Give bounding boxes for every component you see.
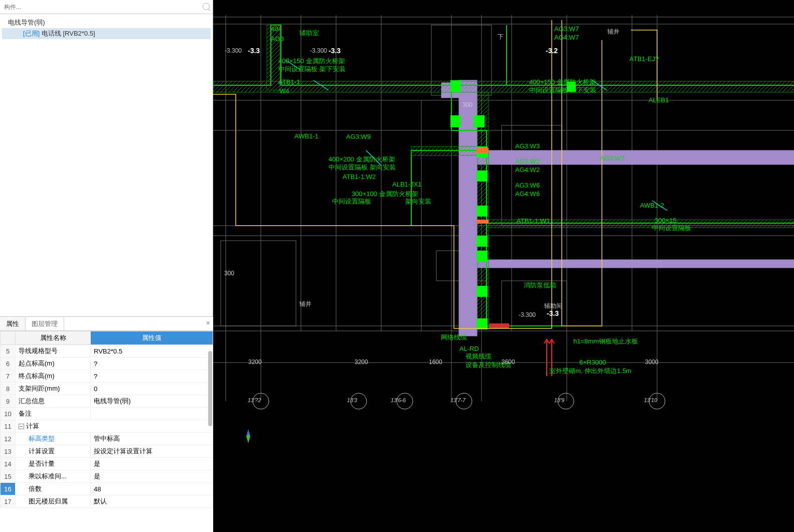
property-row[interactable]: 12标高类型管中标高 [1, 433, 213, 445]
cad-label: 中间设置隔板 [332, 198, 371, 205]
property-value[interactable]: 电线导管(弱) [91, 395, 213, 408]
cad-label: 室外壁砌m, 伸出外墙边1.5m [549, 367, 631, 375]
cad-label: ATB1-1:W2 [343, 173, 376, 181]
cad-label: AG3:W2 [515, 157, 540, 165]
property-row[interactable]: 5导线规格型号RVB2*0.5 [1, 345, 213, 358]
cad-label: -3.3 [248, 47, 260, 55]
cad-label: 辅井 [607, 28, 619, 35]
cad-label: AG3:W7 [554, 25, 579, 33]
component-search[interactable] [0, 0, 213, 14]
property-value[interactable]: 按设定计算设置计算 [91, 445, 213, 458]
properties-table: 属性名称 属性值 5导线规格型号RVB2*0.56起点标高(m)?7终点标高(m… [0, 331, 213, 508]
property-name: 计算设置 [16, 445, 91, 458]
property-value[interactable]: 管中标高 [91, 433, 213, 445]
search-input[interactable] [3, 3, 210, 11]
property-row[interactable]: 17图元楼层归属默认 [1, 495, 213, 508]
row-number: 15 [1, 470, 16, 483]
cad-label: 中间设置隔板 [652, 224, 691, 232]
property-row[interactable]: 10备注 [1, 408, 213, 420]
cad-label: 3000 [645, 359, 659, 366]
svg-rect-48 [477, 220, 489, 224]
property-row[interactable]: 7终点标高(m)? [1, 370, 213, 383]
property-name: 标高类型 [16, 433, 91, 445]
property-name: 乘以标准间... [16, 470, 91, 483]
property-name: 图元楼层归属 [16, 495, 91, 508]
row-number: 14 [1, 458, 16, 470]
svg-rect-43 [477, 251, 488, 262]
cad-label: -3.3 [329, 47, 341, 55]
tree-category[interactable]: 电线导管(弱) [2, 17, 211, 28]
property-name: 导线规格型号 [16, 345, 91, 358]
cad-label: 中间设置隔板 架下安装 [529, 86, 596, 94]
row-number: 9 [1, 395, 16, 408]
scrollbar-thumb[interactable] [208, 351, 212, 426]
cad-label: 网络线缆 [441, 333, 467, 341]
cad-label: -3.300 [225, 47, 242, 54]
row-number: 10 [1, 408, 16, 420]
svg-rect-40 [477, 170, 488, 182]
cad-label: 300 [462, 101, 472, 108]
property-value[interactable]: ? [91, 358, 213, 370]
row-number: 16 [1, 483, 16, 495]
property-name: 倍数 [16, 483, 91, 495]
property-value[interactable]: ? [91, 370, 213, 383]
cad-label: 下 [498, 33, 504, 40]
cad-label: 中间设置隔板 架向安装 [329, 163, 396, 171]
property-name: 汇总信息 [16, 395, 91, 408]
svg-rect-38 [473, 115, 485, 127]
svg-rect-34 [411, 146, 479, 155]
axis-label: 13'9 [554, 397, 564, 403]
row-number: 17 [1, 495, 16, 508]
property-value[interactable] [91, 408, 213, 420]
tab-properties[interactable]: 属性 [0, 317, 26, 330]
cad-label: AG4:W7 [554, 34, 579, 41]
svg-rect-30 [213, 81, 451, 92]
property-name: 是否计量 [16, 458, 91, 470]
cad-label: 6×R3000 [579, 359, 606, 366]
col-name: 属性名称 [16, 331, 91, 345]
property-value[interactable]: 是 [91, 458, 213, 470]
cad-label: AG3:W9 [346, 133, 371, 140]
property-row[interactable]: 15乘以标准间...是 [1, 470, 213, 483]
svg-rect-44 [477, 286, 488, 297]
axis-label: 13'10 [644, 397, 658, 403]
property-row[interactable]: 8支架间距(mm)0 [1, 383, 213, 395]
property-value[interactable]: RVB2*0.5 [91, 345, 213, 358]
col-value: 属性值 [91, 331, 213, 345]
property-name: 备注 [16, 408, 91, 420]
property-name: 终点标高(m) [16, 370, 91, 383]
property-row[interactable]: 13计算设置按设定计算设置计算 [1, 445, 213, 458]
component-tree[interactable]: 电线导管(弱) [已用] 电话线 [RVB2*0.5] [0, 14, 213, 42]
property-name: 起点标高(m) [16, 358, 91, 370]
cad-label: h1=8mm钢板地止水板 [573, 337, 638, 345]
cad-label: 400×200 金属防火桥架 [329, 155, 395, 163]
cad-label: -3.3 [547, 309, 559, 317]
cad-label: 辅助室 [299, 29, 319, 37]
property-value[interactable]: 是 [91, 470, 213, 483]
property-row[interactable]: 11−计算 [1, 420, 213, 433]
svg-rect-32 [451, 81, 794, 92]
cad-label: 400×150 金属防火桥架 [278, 57, 345, 65]
cad-label: ATB1-1:W1 [517, 217, 550, 225]
tree-item-selected[interactable]: [已用] 电话线 [RVB2*0.5] [2, 28, 211, 39]
property-value[interactable]: 默认 [91, 495, 213, 508]
tree-item-label: 电话线 [RVB2*0.5] [42, 30, 95, 37]
property-row[interactable]: 14是否计量是 [1, 458, 213, 470]
svg-rect-23 [221, 241, 296, 326]
property-row[interactable]: 9汇总信息电线导管(弱) [1, 395, 213, 408]
cad-label: W4 [279, 87, 289, 95]
property-row[interactable]: 6起点标高(m)? [1, 358, 213, 370]
row-number: 11 [1, 420, 16, 433]
svg-rect-28 [477, 260, 794, 268]
used-tag: [已用] [23, 30, 40, 37]
tab-layers[interactable]: 图层管理 [26, 317, 64, 330]
close-icon[interactable]: × [206, 319, 210, 327]
collapse-icon[interactable]: − [19, 424, 24, 429]
property-row[interactable]: 16倍数48 [1, 483, 213, 495]
property-value[interactable]: 0 [91, 383, 213, 395]
cad-label: 400×150 金属防火桥架 [529, 78, 596, 86]
cad-label: AWB1-2 [640, 202, 664, 209]
row-number: 5 [1, 345, 16, 358]
row-number: 6 [1, 358, 16, 370]
property-value[interactable]: 48 [91, 483, 213, 495]
